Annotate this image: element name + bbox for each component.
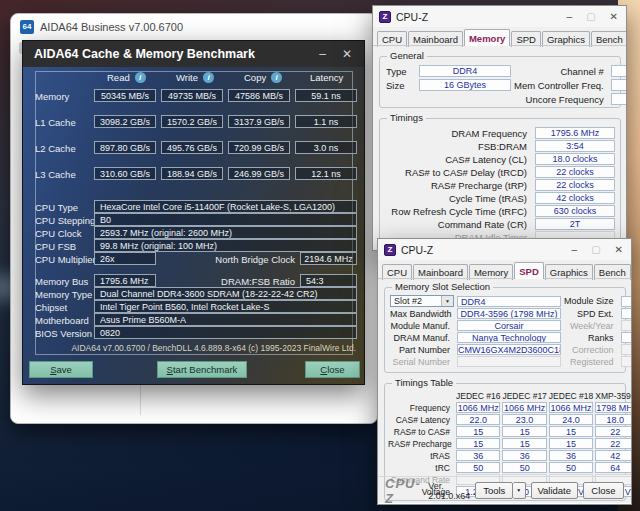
timing-field: 1795.6 MHz <box>535 127 615 139</box>
tab-graphics[interactable]: Graphics <box>545 264 593 280</box>
timing-label: FSB:DRAM <box>384 141 531 152</box>
info-icon[interactable]: i <box>271 72 282 83</box>
benchmark-dialog: AIDA64 Cache & Memory Benchmark – ✕ Read… <box>22 40 365 385</box>
tab-graphics[interactable]: Graphics <box>542 31 590 47</box>
tab-bench[interactable]: Bench <box>591 31 627 47</box>
week-year-field <box>621 320 632 331</box>
timing-field: 22 clocks <box>535 179 615 191</box>
tab-memory[interactable]: Memory <box>469 264 513 280</box>
close-button[interactable]: Close <box>583 482 624 499</box>
info-value: 54:3 <box>300 274 357 287</box>
correction-field <box>621 344 632 355</box>
uncore-frequency-label: Uncore Frequency <box>514 94 608 105</box>
tools-dropdown-button[interactable]: ▼ <box>513 482 525 499</box>
validate-button[interactable]: Validate <box>531 482 579 499</box>
timings-column-header: XMP-3596 <box>595 391 632 401</box>
tab-cpu[interactable]: CPU <box>377 31 407 47</box>
info-value: 2593.7 MHz (original: 2600 MHz) <box>94 226 357 239</box>
aida64-app-icon: 64 <box>20 20 34 34</box>
timings-cell: 22.0 <box>456 414 500 425</box>
bench-value: 246.99 GB/s <box>228 167 290 180</box>
timing-label: Row Refresh Cycle Time (tRFC) <box>384 206 531 217</box>
timing-label: CAS# Latency (CL) <box>384 154 531 165</box>
close-icon[interactable]: ✕ <box>342 47 352 61</box>
registered-label: Registered <box>564 357 618 367</box>
timing-field: 2T <box>535 218 615 230</box>
bench-row-label: L3 Cache <box>35 169 76 180</box>
benchmark-dialog-title: AIDA64 Cache & Memory Benchmark <box>23 47 319 61</box>
spd-ext-field: XMP 2.0 <box>621 308 632 319</box>
part-number-field: CMW16GX4M2D3600C18 <box>457 344 561 355</box>
bench-value: 3098.2 GB/s <box>94 115 156 128</box>
timing-field: 630 clocks <box>535 205 615 217</box>
timing-label: Command Rate (CR) <box>384 219 531 230</box>
cpuz-memory-window: Z CPU-Z – ▢ ✕ CPUMainboardMemorySPDGraph… <box>372 5 627 251</box>
save-button[interactable]: Save <box>29 361 93 378</box>
ranks-label: Ranks <box>564 333 618 343</box>
timings-cell: 64 <box>595 462 632 473</box>
info-icon[interactable]: i <box>203 72 214 83</box>
cpuz-spd-window: Z CPU-Z – ▢ ✕ CPUMainboardMemorySPDGraph… <box>377 238 632 505</box>
timings-cell: 15 <box>456 426 500 437</box>
tab-spd[interactable]: SPD <box>511 31 541 47</box>
slot-type-field: DDR4 <box>457 296 561 307</box>
bench-value: 3137.9 GB/s <box>228 115 290 128</box>
timings-cell: 36 <box>549 450 593 461</box>
cpuz-titlebar: Z CPU-Z – ▢ ✕ <box>378 239 631 260</box>
tab-spd[interactable]: SPD <box>514 262 544 279</box>
info-label: North Bridge Clock <box>163 254 295 265</box>
week-year-label: Week/Year <box>564 321 618 331</box>
benchmark-credits: AIDA64 v7.00.6700 / BenchDLL 4.6.889.8-x… <box>23 343 356 353</box>
part-number-label: Part Number <box>390 345 454 355</box>
close-icon[interactable]: ✕ <box>615 244 623 255</box>
spd-ext-label: SPD Ext. <box>564 309 618 319</box>
cpuz-version: Ver. 2.01.0.x64 <box>428 481 470 501</box>
serial-number-field <box>457 356 561 367</box>
tab-mainboard[interactable]: Mainboard <box>408 31 463 47</box>
timings-group-legend: Timings <box>387 112 426 123</box>
memory-size-field: 16 GBytes <box>419 79 511 91</box>
timing-field: 3:54 <box>535 140 615 152</box>
mem-controller-freq-label: Mem Controller Freq. <box>514 80 608 91</box>
general-group-legend: General <box>387 50 427 61</box>
column-header-copy: Copyi <box>244 72 282 83</box>
close-button[interactable]: Close <box>305 361 360 378</box>
chevron-down-icon[interactable]: ▼ <box>441 296 453 306</box>
info-label: Chipset <box>35 302 67 313</box>
info-value: 99.8 MHz (original: 100 MHz) <box>94 239 357 252</box>
timings-cell: 42 <box>595 450 632 461</box>
type-label: Type <box>386 66 416 77</box>
bench-row-label: L2 Cache <box>35 143 76 154</box>
channel-label: Channel # <box>514 66 608 77</box>
max-bandwidth-field: DDR4-3596 (1798 MHz) <box>457 308 561 319</box>
close-icon[interactable]: ✕ <box>610 11 618 22</box>
timings-row-label: RAS# to CAS# <box>388 427 454 437</box>
bench-value: 49735 MB/s <box>161 89 223 102</box>
info-value: Dual Channel DDR4-3600 SDRAM (18-22-22-4… <box>94 287 357 300</box>
tab-memory[interactable]: Memory <box>464 29 510 46</box>
info-label: CPU Stepping <box>35 215 95 226</box>
info-value: 1795.6 MHz <box>94 274 156 287</box>
info-icon[interactable]: i <box>135 72 146 83</box>
tab-cpu[interactable]: CPU <box>382 264 412 280</box>
minimize-icon[interactable]: – <box>319 47 326 61</box>
tools-button[interactable]: Tools <box>475 482 513 499</box>
timings-row-label: RAS# Precharge <box>388 439 454 449</box>
info-label: BIOS Version <box>35 328 92 339</box>
start-benchmark-button[interactable]: Start Benchmark <box>157 361 247 378</box>
slot-selector[interactable]: Slot #2 ▼ <box>390 295 454 307</box>
timing-label: RAS# Precharge (tRP) <box>384 180 531 191</box>
bench-value: 720.99 GB/s <box>228 141 290 154</box>
timings-cell: 18.0 <box>595 414 632 425</box>
timings-table-legend: Timings Table <box>392 377 456 388</box>
cpuz-statusbar: CPU-Z Ver. 2.01.0.x64 Tools ▼ Validate C… <box>378 476 631 504</box>
bench-value: 897.80 GB/s <box>94 141 156 154</box>
tab-mainboard[interactable]: Mainboard <box>413 264 468 280</box>
aida64-titlebar: 64 AIDA64 Business v7.00.6700 <box>11 14 377 39</box>
minimize-icon[interactable]: – <box>567 11 573 22</box>
aida64-window-title: AIDA64 Business v7.00.6700 <box>40 21 183 33</box>
tab-bench[interactable]: Bench <box>594 264 631 280</box>
timings-column-header: JEDEC #18 <box>549 391 593 401</box>
minimize-icon[interactable]: – <box>572 244 578 255</box>
column-header-write: Writei <box>176 72 214 83</box>
